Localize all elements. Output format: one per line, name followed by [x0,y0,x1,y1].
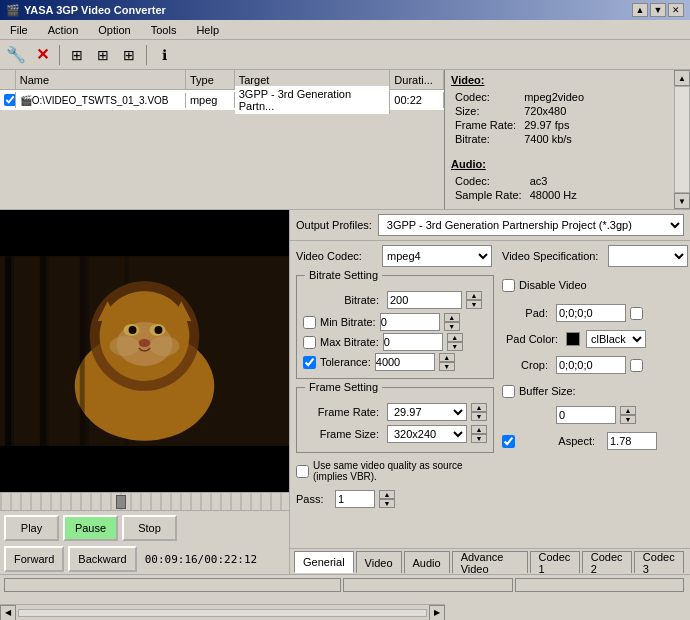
copy1-icon: ⊞ [71,47,83,63]
frame-size-select[interactable]: 320x240 [387,425,467,443]
info-button[interactable]: ℹ [152,43,176,67]
max-bitrate-input[interactable] [383,333,443,351]
buffer-row: Buffer Size: [502,381,688,401]
pad-check[interactable] [630,307,643,320]
toolbar: 🔧 ✕ ⊞ ⊞ ⊞ ℹ [0,40,690,70]
pass-spinner[interactable]: ▲ ▼ [379,490,395,508]
copy3-button[interactable]: ⊞ [117,43,141,67]
max-bitrate-check[interactable] [303,336,316,349]
bitrate-input[interactable] [387,291,462,309]
pad-input[interactable] [556,304,626,322]
close-button[interactable]: ✕ [668,3,684,17]
scroll-down-button[interactable]: ▼ [674,193,690,209]
crop-check[interactable] [630,359,643,372]
preview-svg [0,210,289,492]
status-bar [0,574,690,594]
menu-help[interactable]: Help [190,23,225,37]
pad-color-label: Pad Color: [502,333,562,345]
row-target: 3GPP - 3rd Generation Partn... [235,86,391,114]
frame-size-label: Frame Size: [303,428,383,440]
min-bitrate-input[interactable] [380,313,440,331]
type-col-header: Type [186,70,235,89]
bitrate-row: Bitrate: ▲ ▼ [303,290,487,310]
crop-input[interactable] [556,356,626,374]
copy1-button[interactable]: ⊞ [65,43,89,67]
disable-video-label: Disable Video [519,279,587,291]
copy2-button[interactable]: ⊞ [91,43,115,67]
vbr-label: Use same video quality as source (implie… [313,460,494,482]
file-list-section: Name Type Target Durati... 🎬 O:\VIDEO_TS… [0,70,445,209]
video-info-panel: Video: Codec: mpeg2video Size: 720x480 F… [445,70,690,209]
sample-rate-value: 48000 Hz [526,188,581,202]
tab-video[interactable]: Video [356,551,402,573]
aspect-check[interactable] [502,435,515,448]
codec-label: Codec: [451,90,520,104]
frame-rate-select[interactable]: 29.97 [387,403,467,421]
forward-controls: Forward Backward 00:09:16/00:22:12 [0,544,289,574]
tab-audio[interactable]: Audio [404,551,450,573]
tab-codec3[interactable]: Codec 3 [634,551,684,573]
menu-bar: File Action Option Tools Help [0,20,690,40]
aspect-row: Aspect: [502,431,688,451]
main-content: Play Pause Stop Forward Backward 00:09:1… [0,210,690,574]
settings-right: Video Specification: Disable Video Pad: [494,245,688,544]
play-button[interactable]: Play [4,515,59,541]
menu-option[interactable]: Option [92,23,136,37]
size-label: Size: [451,104,520,118]
vscrollbar[interactable]: ▲ ▼ [674,70,690,209]
tolerance-spinner[interactable]: ▲ ▼ [439,353,455,371]
bitrate-up[interactable]: ▲ [466,291,482,300]
profiles-select[interactable]: 3GPP - 3rd Generation Partnership Projec… [378,214,684,236]
backward-button[interactable]: Backward [68,546,136,572]
title-bar: 🎬 YASA 3GP Video Converter ▲ ▼ ✕ [0,0,690,20]
remove-button[interactable]: ✕ [30,43,54,67]
tab-codec2[interactable]: Codec 2 [582,551,632,573]
pad-color-select[interactable]: clBlack [586,330,646,348]
frame-section: Frame Setting Frame Rate: 29.97 ▲ ▼ Fram… [296,387,494,453]
pad-color-swatch[interactable] [566,332,580,346]
spec-select[interactable] [608,245,688,267]
pass-row: Pass: ▲ ▼ [296,489,494,509]
min-bitrate-row: Min Bitrate: ▲ ▼ [303,312,487,332]
menu-file[interactable]: File [4,23,34,37]
name-col-header: Name [16,70,186,89]
buffer-input[interactable] [556,406,616,424]
stop-button[interactable]: Stop [122,515,177,541]
min-bitrate-spinner[interactable]: ▲ ▼ [444,313,460,331]
aspect-input[interactable] [607,432,657,450]
settings-button[interactable]: 🔧 [4,43,28,67]
tab-codec1[interactable]: Codec 1 [530,551,580,573]
row-checkbox[interactable] [0,92,16,108]
max-bitrate-spinner[interactable]: ▲ ▼ [447,333,463,351]
bitrate-label: Bitrate: [303,294,383,306]
menu-tools[interactable]: Tools [145,23,183,37]
codec-select[interactable]: mpeg4 [382,245,492,267]
vbr-check[interactable] [296,465,309,478]
timeline-thumb[interactable] [116,495,126,509]
minimize-button[interactable]: ▲ [632,3,648,17]
disable-video-check[interactable] [502,279,515,292]
tab-generial[interactable]: Generial [294,551,354,573]
min-bitrate-check[interactable] [303,316,316,329]
bitrate-spinner[interactable]: ▲ ▼ [466,291,482,309]
forward-button[interactable]: Forward [4,546,64,572]
buffer-check[interactable] [502,385,515,398]
status-panel-1 [4,578,341,592]
tab-advance-video[interactable]: Advance Video [452,551,528,573]
tabs-bar: Generial Video Audio Advance Video Codec… [290,548,690,574]
timeline[interactable] [0,492,289,510]
table-row[interactable]: 🎬 O:\VIDEO_TSWTS_01_3.VOB mpeg 3GPP - 3r… [0,90,444,110]
spec-label: Video Specification: [502,250,602,262]
pass-input[interactable] [335,490,375,508]
frame-rate-spinner[interactable]: ▲ ▼ [471,403,487,421]
vscroll-track[interactable] [674,86,690,193]
buffer-spinner[interactable]: ▲ ▼ [620,406,636,424]
frame-size-spinner[interactable]: ▲ ▼ [471,425,487,443]
pause-button[interactable]: Pause [63,515,118,541]
menu-action[interactable]: Action [42,23,85,37]
tolerance-input[interactable] [375,353,435,371]
scroll-up-button[interactable]: ▲ [674,70,690,86]
bitrate-down[interactable]: ▼ [466,300,482,309]
tolerance-check[interactable] [303,356,316,369]
maximize-button[interactable]: ▼ [650,3,666,17]
